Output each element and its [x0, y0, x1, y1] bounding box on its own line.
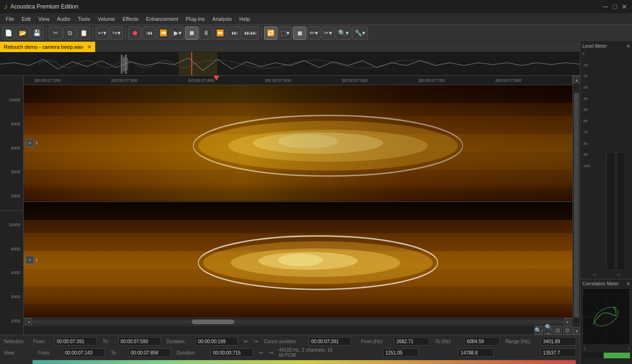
cursor-pos-input[interactable]: [309, 337, 351, 346]
paste-button[interactable]: 📋: [77, 27, 90, 40]
undo-button[interactable]: ↩▾: [96, 27, 109, 40]
zoom-in-button[interactable]: 🔍+: [544, 326, 552, 335]
range-hz-input[interactable]: [541, 337, 576, 346]
menu-help[interactable]: Help: [236, 15, 254, 23]
freq-label-4k-bot: 4000: [1, 270, 22, 275]
time-mark-6: |00:00:07:700: [418, 78, 445, 83]
vertical-scrollbar[interactable]: ▴ ▾: [572, 76, 580, 335]
loop-button[interactable]: 🔁: [264, 27, 277, 40]
new-button[interactable]: 📄: [2, 27, 15, 40]
to-hz-input[interactable]: [464, 337, 500, 346]
correlation-svg: [583, 289, 630, 345]
zoom-fit-button[interactable]: ⊞: [553, 326, 562, 335]
scale-80: -80: [582, 142, 601, 146]
open-button[interactable]: 📂: [16, 27, 29, 40]
end-button[interactable]: ⏭: [228, 27, 241, 40]
horizontal-scrollbar[interactable]: ◂ ▸: [24, 318, 572, 325]
scroll-track[interactable]: [32, 320, 564, 324]
save-button[interactable]: 💾: [30, 27, 44, 40]
from-sel-input[interactable]: [54, 337, 97, 346]
separator: [46, 27, 46, 39]
spec2-svg: [24, 202, 572, 318]
correlation-close[interactable]: ✕: [626, 281, 630, 286]
reset-icon[interactable]: ↩: [244, 338, 248, 345]
meter-val-left: -∞: [592, 272, 596, 277]
cut-button[interactable]: ✂: [49, 27, 62, 40]
overview-waveform[interactable]: [0, 52, 580, 76]
menu-volume[interactable]: Volume: [94, 15, 119, 23]
minimize-button[interactable]: ─: [602, 3, 609, 10]
zoom-settings-button[interactable]: ⚙: [563, 326, 571, 335]
rewind-button[interactable]: ⏮: [142, 27, 156, 40]
pencil-button[interactable]: ✏▾: [307, 27, 320, 40]
menu-audio[interactable]: Audio: [53, 15, 74, 23]
scale-10: -10: [582, 63, 601, 67]
spectrogram-channel1[interactable]: ≡ ⇕: [24, 85, 572, 202]
from-hz-input[interactable]: [394, 337, 429, 346]
maximize-button[interactable]: □: [611, 3, 619, 10]
dur-view-input[interactable]: [211, 348, 253, 357]
time-mark-2: |00:00:07:300: [111, 78, 137, 83]
pause-button[interactable]: ⏸: [199, 27, 213, 40]
menu-edit[interactable]: Edit: [18, 15, 35, 23]
menu-tools[interactable]: Tools: [74, 15, 94, 23]
zoom-button[interactable]: 🔍▾: [336, 27, 351, 40]
vertical-scroll-thumb[interactable]: [574, 93, 579, 318]
forward-button[interactable]: ⏩: [214, 27, 227, 40]
titlebar: ♪ Acoustica Premium Edition ─ □ ✕: [0, 0, 632, 13]
dur-sel-input[interactable]: [196, 337, 238, 346]
forward-view-icon[interactable]: ↪: [269, 350, 273, 356]
spectrogram-main: |00:00:07:200 |00:00:07:300 |00:00:07:40…: [24, 76, 572, 335]
corr-label-pos: 1: [628, 346, 630, 351]
playhead-marker: [191, 52, 192, 75]
to-sel-input[interactable]: [118, 337, 161, 346]
menu-file[interactable]: File: [2, 15, 18, 23]
level-meter-close[interactable]: ✕: [626, 44, 630, 49]
range2-input[interactable]: [541, 348, 576, 357]
svg-rect-22: [24, 220, 572, 233]
svg-rect-1: [121, 54, 122, 74]
time-mark-1: |00:00:07:200: [35, 78, 61, 83]
menu-enhancement[interactable]: Enhancement: [142, 15, 182, 23]
record-button[interactable]: ⏺: [128, 27, 142, 40]
stop-button[interactable]: ⏹: [185, 27, 198, 40]
zoom-out-button[interactable]: 🔍-: [534, 326, 543, 335]
scroll-left-button[interactable]: ◂: [25, 318, 32, 326]
waveform-tab[interactable]: Retouch demo - camera beep.wav ✕: [0, 42, 95, 52]
waveform-tab-label: Retouch demo - camera beep.wav: [4, 44, 83, 50]
reset-view-icon[interactable]: ↩: [259, 350, 263, 356]
waveform-tab-close[interactable]: ✕: [87, 44, 91, 50]
scroll-up-button[interactable]: ▴: [573, 76, 580, 83]
back-button[interactable]: ⏪: [157, 27, 170, 40]
redo-button[interactable]: ↪▾: [110, 27, 123, 40]
spectrogram-channel2[interactable]: ≡ ⇕: [24, 202, 572, 318]
freq-label-2k-top: 2000: [1, 194, 22, 198]
play-button[interactable]: ▶▾: [171, 27, 184, 40]
close-button[interactable]: ✕: [621, 3, 628, 10]
select-button[interactable]: ⬚▾: [278, 27, 292, 40]
menu-view[interactable]: View: [35, 15, 53, 23]
svg-rect-5: [126, 58, 128, 71]
heal-button[interactable]: ✂▾: [321, 27, 335, 40]
freq-label-6k-bot: 6000: [1, 247, 22, 251]
copy-button[interactable]: ⧉: [63, 27, 76, 40]
freq2-input[interactable]: [458, 348, 494, 357]
tools-button[interactable]: 🔧▾: [352, 27, 368, 40]
from-label2: From:: [38, 350, 57, 355]
loop-end-button[interactable]: ⏭⏭: [242, 27, 259, 40]
forward-icon[interactable]: ↪: [254, 338, 258, 345]
svg-rect-2: [122, 56, 123, 72]
to-view-input[interactable]: [128, 348, 171, 357]
scroll-right-button[interactable]: ▸: [564, 318, 571, 326]
from-view-input[interactable]: [62, 348, 105, 357]
cursor-triangle: [214, 76, 219, 80]
spectrograms[interactable]: ≡ ⇕: [24, 85, 572, 318]
menu-plugins[interactable]: Plug-Ins: [182, 15, 208, 23]
menu-effects[interactable]: Effects: [119, 15, 142, 23]
cursor-freq-input[interactable]: [383, 348, 418, 357]
spectrogram-button[interactable]: ◼: [293, 27, 306, 40]
menu-analysis[interactable]: Analysis: [209, 15, 236, 23]
time-mark-3: |00:00:07:400: [188, 78, 214, 83]
scroll-thumb[interactable]: [192, 320, 234, 324]
scroll-down-button[interactable]: ▾: [573, 327, 580, 335]
